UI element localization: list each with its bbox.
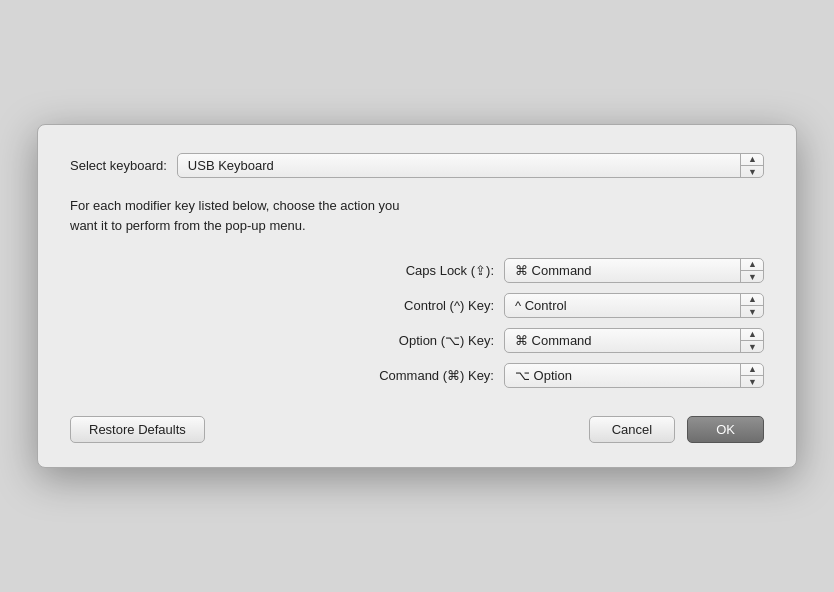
keyboard-row: Select keyboard: USB Keyboard Built-in K… — [70, 153, 764, 178]
command-dropdown-wrapper: ⌥ Option No Action ⌃ Control ⌘ Command ⇪… — [504, 363, 764, 388]
restore-defaults-button[interactable]: Restore Defaults — [70, 416, 205, 443]
ok-button[interactable]: OK — [687, 416, 764, 443]
cancel-button[interactable]: Cancel — [589, 416, 675, 443]
caps-lock-dropdown-wrapper: ⌘ Command No Action ⌃ Control ⌥ Option ⇪… — [504, 258, 764, 283]
caps-lock-select[interactable]: ⌘ Command No Action ⌃ Control ⌥ Option ⇪… — [504, 258, 764, 283]
option-dropdown-wrapper: ⌘ Command No Action ⌃ Control ⌥ Option ⇪… — [504, 328, 764, 353]
modifier-keys-dialog: Select keyboard: USB Keyboard Built-in K… — [37, 124, 797, 468]
option-label: Option (⌥) Key: — [284, 333, 494, 348]
command-select[interactable]: ⌥ Option No Action ⌃ Control ⌘ Command ⇪… — [504, 363, 764, 388]
modifier-row-control: Control (^) Key: ^ Control No Action ⌥ O… — [70, 293, 764, 318]
control-select[interactable]: ^ Control No Action ⌥ Option ⌘ Command ⇪… — [504, 293, 764, 318]
caps-lock-label: Caps Lock (⇪): — [284, 263, 494, 278]
modifier-row-caps-lock: Caps Lock (⇪): ⌘ Command No Action ⌃ Con… — [70, 258, 764, 283]
control-dropdown-wrapper: ^ Control No Action ⌥ Option ⌘ Command ⇪… — [504, 293, 764, 318]
right-buttons: Cancel OK — [589, 416, 764, 443]
keyboard-select[interactable]: USB Keyboard Built-in Keyboard — [177, 153, 764, 178]
button-row: Restore Defaults Cancel OK — [70, 416, 764, 443]
keyboard-select-wrapper: USB Keyboard Built-in Keyboard ▲ ▼ — [177, 153, 764, 178]
keyboard-label: Select keyboard: — [70, 158, 167, 173]
modifier-table: Caps Lock (⇪): ⌘ Command No Action ⌃ Con… — [70, 258, 764, 388]
control-label: Control (^) Key: — [284, 298, 494, 313]
option-select[interactable]: ⌘ Command No Action ⌃ Control ⌥ Option ⇪… — [504, 328, 764, 353]
command-label: Command (⌘) Key: — [284, 368, 494, 383]
modifier-row-command: Command (⌘) Key: ⌥ Option No Action ⌃ Co… — [70, 363, 764, 388]
description-text: For each modifier key listed below, choo… — [70, 196, 764, 236]
modifier-row-option: Option (⌥) Key: ⌘ Command No Action ⌃ Co… — [70, 328, 764, 353]
